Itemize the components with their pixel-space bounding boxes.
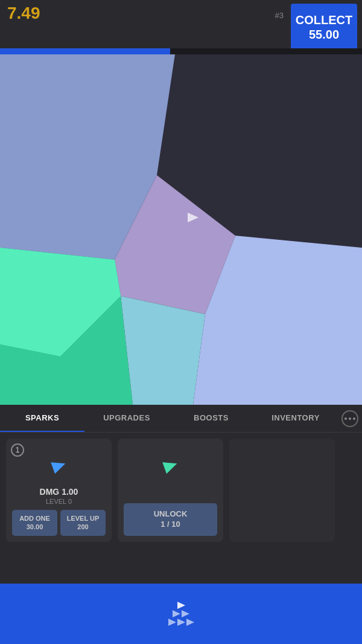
spark-arrow-icon-teal (162, 458, 179, 474)
more-dots-icon (341, 410, 358, 427)
add-one-button[interactable]: ADD ONE 30.00 (12, 510, 57, 536)
progress-bar-container (0, 48, 362, 54)
game-canvas (0, 54, 362, 405)
spark-name-1: DMG 1.00 (40, 487, 78, 497)
spark-icon-area-1 (12, 445, 106, 487)
tab-sparks[interactable]: SPARKS (0, 405, 84, 432)
spark-arrow-icon-blue (51, 458, 68, 474)
spark-card-1: 1 DMG 1.00 LEVEL 0 ADD ONE 30.00 LEVEL U… (6, 439, 112, 542)
unlock-button[interactable]: UNLOCK 1 / 10 (124, 503, 217, 536)
tab-inventory[interactable]: INVENTORY (253, 405, 338, 432)
more-button[interactable] (338, 405, 362, 432)
progress-bar-fill (0, 48, 170, 54)
rank-badge: #3 (275, 11, 284, 20)
svg-marker-5 (121, 296, 205, 405)
score-value: 7.49 (7, 4, 40, 22)
spark-card-empty (229, 439, 335, 542)
score-area: 7.49 (7, 5, 40, 22)
spark-buttons-1: ADD ONE 30.00 LEVEL UP 200 (12, 510, 106, 536)
spark-card-2: UNLOCK 1 / 10 (118, 439, 223, 542)
tabs-bar: SPARKS UPGRADES BOOSTS INVENTORY (0, 405, 362, 433)
spark-level-1: LEVEL 0 (46, 498, 72, 505)
collect-button[interactable]: COLLECT 55.00 (291, 4, 357, 51)
tab-boosts[interactable]: BOOSTS (169, 405, 253, 432)
level-up-button[interactable]: LEVEL UP 200 (60, 510, 106, 536)
game-cursor (188, 213, 198, 222)
launch-arrows-icon (168, 602, 194, 626)
launch-bar[interactable] (0, 584, 362, 644)
spark-icon-area-2 (124, 445, 217, 487)
sparks-content: 1 DMG 1.00 LEVEL 0 ADD ONE 30.00 LEVEL U… (0, 433, 362, 548)
game-area[interactable] (0, 54, 362, 405)
collect-label-line1: COLLECT (296, 13, 352, 27)
collect-label-line2: 55.00 (309, 27, 339, 42)
tab-upgrades[interactable]: UPGRADES (84, 405, 169, 432)
spark-badge-1: 1 (11, 443, 24, 457)
top-bar: 7.49 #3 COLLECT 55.00 (0, 0, 362, 54)
